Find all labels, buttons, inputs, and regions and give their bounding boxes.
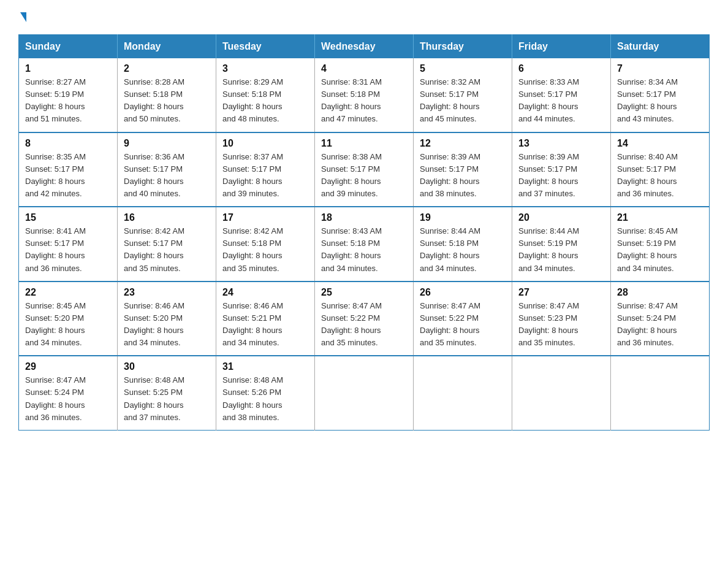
day-number: 17 bbox=[222, 212, 308, 223]
calendar-cell bbox=[512, 356, 611, 430]
page-header bbox=[18, 12, 710, 23]
day-number: 10 bbox=[222, 138, 308, 149]
calendar-cell: 21Sunrise: 8:45 AMSunset: 5:19 PMDayligh… bbox=[611, 207, 710, 282]
day-info: Sunrise: 8:47 AMSunset: 5:23 PMDaylight:… bbox=[518, 300, 604, 350]
day-number: 1 bbox=[25, 63, 111, 74]
day-info: Sunrise: 8:47 AMSunset: 5:22 PMDaylight:… bbox=[321, 300, 407, 350]
calendar-cell: 8Sunrise: 8:35 AMSunset: 5:17 PMDaylight… bbox=[19, 132, 118, 207]
calendar-cell: 18Sunrise: 8:43 AMSunset: 5:18 PMDayligh… bbox=[315, 207, 414, 282]
day-number: 4 bbox=[321, 63, 407, 74]
column-header-wednesday: Wednesday bbox=[315, 35, 414, 59]
day-number: 29 bbox=[25, 361, 111, 372]
day-number: 19 bbox=[420, 212, 506, 223]
column-header-sunday: Sunday bbox=[19, 35, 118, 59]
day-info: Sunrise: 8:47 AMSunset: 5:22 PMDaylight:… bbox=[420, 300, 506, 350]
day-info: Sunrise: 8:39 AMSunset: 5:17 PMDaylight:… bbox=[420, 151, 506, 201]
day-info: Sunrise: 8:41 AMSunset: 5:17 PMDaylight:… bbox=[25, 225, 111, 275]
calendar-cell: 26Sunrise: 8:47 AMSunset: 5:22 PMDayligh… bbox=[414, 282, 512, 356]
day-number: 12 bbox=[420, 138, 506, 149]
calendar-week-row: 15Sunrise: 8:41 AMSunset: 5:17 PMDayligh… bbox=[19, 207, 710, 282]
day-number: 26 bbox=[420, 287, 506, 298]
day-number: 14 bbox=[617, 138, 703, 149]
day-number: 5 bbox=[420, 63, 506, 74]
calendar-cell: 25Sunrise: 8:47 AMSunset: 5:22 PMDayligh… bbox=[315, 282, 414, 356]
calendar-cell bbox=[414, 356, 512, 430]
day-number: 15 bbox=[25, 212, 111, 223]
day-number: 18 bbox=[321, 212, 407, 223]
day-number: 7 bbox=[617, 63, 703, 74]
calendar-cell: 19Sunrise: 8:44 AMSunset: 5:18 PMDayligh… bbox=[414, 207, 512, 282]
day-info: Sunrise: 8:48 AMSunset: 5:26 PMDaylight:… bbox=[222, 374, 308, 424]
day-number: 24 bbox=[222, 287, 308, 298]
calendar-cell: 10Sunrise: 8:37 AMSunset: 5:17 PMDayligh… bbox=[216, 132, 315, 207]
day-info: Sunrise: 8:48 AMSunset: 5:25 PMDaylight:… bbox=[124, 374, 210, 424]
day-info: Sunrise: 8:45 AMSunset: 5:19 PMDaylight:… bbox=[617, 225, 703, 275]
day-number: 21 bbox=[617, 212, 703, 223]
day-info: Sunrise: 8:29 AMSunset: 5:18 PMDaylight:… bbox=[222, 76, 308, 126]
calendar-cell: 9Sunrise: 8:36 AMSunset: 5:17 PMDaylight… bbox=[118, 132, 216, 207]
day-info: Sunrise: 8:37 AMSunset: 5:17 PMDaylight:… bbox=[222, 151, 308, 201]
calendar-week-row: 8Sunrise: 8:35 AMSunset: 5:17 PMDaylight… bbox=[19, 132, 710, 207]
day-info: Sunrise: 8:31 AMSunset: 5:18 PMDaylight:… bbox=[321, 76, 407, 126]
day-info: Sunrise: 8:44 AMSunset: 5:18 PMDaylight:… bbox=[420, 225, 506, 275]
calendar-cell: 16Sunrise: 8:42 AMSunset: 5:17 PMDayligh… bbox=[118, 207, 216, 282]
calendar-week-row: 29Sunrise: 8:47 AMSunset: 5:24 PMDayligh… bbox=[19, 356, 710, 430]
calendar-cell: 22Sunrise: 8:45 AMSunset: 5:20 PMDayligh… bbox=[19, 282, 118, 356]
calendar-cell: 12Sunrise: 8:39 AMSunset: 5:17 PMDayligh… bbox=[414, 132, 512, 207]
day-number: 30 bbox=[124, 361, 210, 372]
day-info: Sunrise: 8:43 AMSunset: 5:18 PMDaylight:… bbox=[321, 225, 407, 275]
calendar-cell: 13Sunrise: 8:39 AMSunset: 5:17 PMDayligh… bbox=[512, 132, 611, 207]
day-number: 16 bbox=[124, 212, 210, 223]
day-number: 8 bbox=[25, 138, 111, 149]
calendar-cell: 17Sunrise: 8:42 AMSunset: 5:18 PMDayligh… bbox=[216, 207, 315, 282]
column-header-saturday: Saturday bbox=[611, 35, 710, 59]
day-number: 27 bbox=[518, 287, 604, 298]
day-info: Sunrise: 8:42 AMSunset: 5:17 PMDaylight:… bbox=[124, 225, 210, 275]
calendar-table: SundayMondayTuesdayWednesdayThursdayFrid… bbox=[18, 34, 710, 431]
calendar-cell: 7Sunrise: 8:34 AMSunset: 5:17 PMDaylight… bbox=[611, 58, 710, 132]
day-number: 23 bbox=[124, 287, 210, 298]
day-info: Sunrise: 8:47 AMSunset: 5:24 PMDaylight:… bbox=[617, 300, 703, 350]
column-header-monday: Monday bbox=[118, 35, 216, 59]
day-number: 28 bbox=[617, 287, 703, 298]
calendar-cell: 31Sunrise: 8:48 AMSunset: 5:26 PMDayligh… bbox=[216, 356, 315, 430]
calendar-week-row: 22Sunrise: 8:45 AMSunset: 5:20 PMDayligh… bbox=[19, 282, 710, 356]
day-info: Sunrise: 8:36 AMSunset: 5:17 PMDaylight:… bbox=[124, 151, 210, 201]
day-number: 2 bbox=[124, 63, 210, 74]
calendar-cell: 28Sunrise: 8:47 AMSunset: 5:24 PMDayligh… bbox=[611, 282, 710, 356]
column-header-tuesday: Tuesday bbox=[216, 35, 315, 59]
day-info: Sunrise: 8:39 AMSunset: 5:17 PMDaylight:… bbox=[518, 151, 604, 201]
day-info: Sunrise: 8:46 AMSunset: 5:21 PMDaylight:… bbox=[222, 300, 308, 350]
day-info: Sunrise: 8:47 AMSunset: 5:24 PMDaylight:… bbox=[25, 374, 111, 424]
calendar-cell: 4Sunrise: 8:31 AMSunset: 5:18 PMDaylight… bbox=[315, 58, 414, 132]
logo-triangle-icon bbox=[20, 12, 26, 22]
calendar-cell: 1Sunrise: 8:27 AMSunset: 5:19 PMDaylight… bbox=[19, 58, 118, 132]
day-number: 9 bbox=[124, 138, 210, 149]
day-info: Sunrise: 8:34 AMSunset: 5:17 PMDaylight:… bbox=[617, 76, 703, 126]
calendar-cell: 6Sunrise: 8:33 AMSunset: 5:17 PMDaylight… bbox=[512, 58, 611, 132]
calendar-cell: 27Sunrise: 8:47 AMSunset: 5:23 PMDayligh… bbox=[512, 282, 611, 356]
day-number: 13 bbox=[518, 138, 604, 149]
day-number: 20 bbox=[518, 212, 604, 223]
calendar-cell: 3Sunrise: 8:29 AMSunset: 5:18 PMDaylight… bbox=[216, 58, 315, 132]
calendar-cell: 2Sunrise: 8:28 AMSunset: 5:18 PMDaylight… bbox=[118, 58, 216, 132]
day-info: Sunrise: 8:46 AMSunset: 5:20 PMDaylight:… bbox=[124, 300, 210, 350]
day-info: Sunrise: 8:44 AMSunset: 5:19 PMDaylight:… bbox=[518, 225, 604, 275]
calendar-cell: 24Sunrise: 8:46 AMSunset: 5:21 PMDayligh… bbox=[216, 282, 315, 356]
calendar-cell bbox=[611, 356, 710, 430]
day-info: Sunrise: 8:45 AMSunset: 5:20 PMDaylight:… bbox=[25, 300, 111, 350]
calendar-cell: 14Sunrise: 8:40 AMSunset: 5:17 PMDayligh… bbox=[611, 132, 710, 207]
column-header-friday: Friday bbox=[512, 35, 611, 59]
logo-blue-text bbox=[18, 12, 26, 23]
calendar-cell: 29Sunrise: 8:47 AMSunset: 5:24 PMDayligh… bbox=[19, 356, 118, 430]
day-number: 6 bbox=[518, 63, 604, 74]
calendar-cell: 30Sunrise: 8:48 AMSunset: 5:25 PMDayligh… bbox=[118, 356, 216, 430]
calendar-cell: 5Sunrise: 8:32 AMSunset: 5:17 PMDaylight… bbox=[414, 58, 512, 132]
column-header-thursday: Thursday bbox=[414, 35, 512, 59]
calendar-cell: 20Sunrise: 8:44 AMSunset: 5:19 PMDayligh… bbox=[512, 207, 611, 282]
day-info: Sunrise: 8:28 AMSunset: 5:18 PMDaylight:… bbox=[124, 76, 210, 126]
day-number: 25 bbox=[321, 287, 407, 298]
day-info: Sunrise: 8:40 AMSunset: 5:17 PMDaylight:… bbox=[617, 151, 703, 201]
calendar-cell: 11Sunrise: 8:38 AMSunset: 5:17 PMDayligh… bbox=[315, 132, 414, 207]
calendar-cell bbox=[315, 356, 414, 430]
